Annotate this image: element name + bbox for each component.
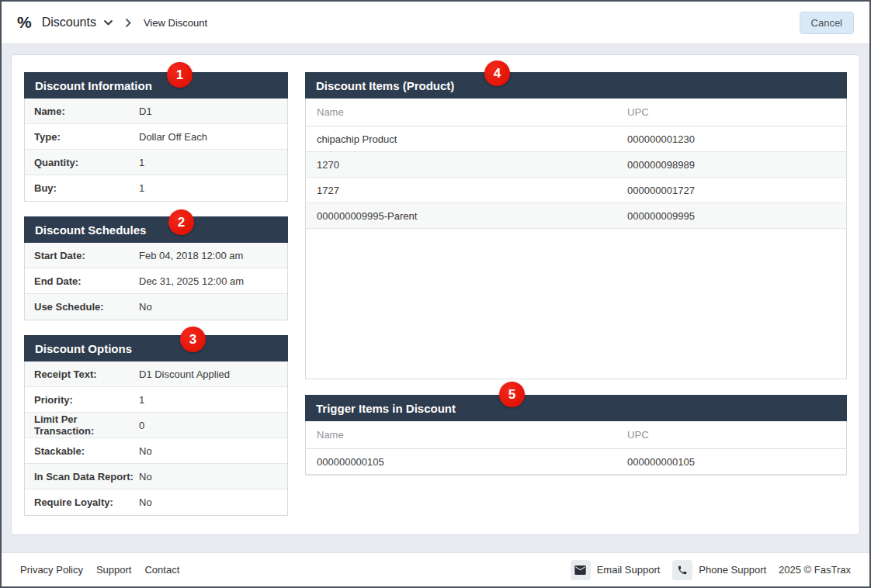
table-row: 000000000105 000000000105 [306, 449, 846, 475]
table-row: 1727 000000001727 [306, 178, 846, 203]
callout-badge-3: 3 [180, 327, 206, 352]
row-value: D1 Discount Applied [139, 368, 278, 380]
kv-row: Type: Dollar Off Each [25, 124, 287, 150]
column-header-upc: UPC [627, 106, 846, 118]
table-header-row: Name UPC [306, 421, 846, 449]
cell-upc: 000000098989 [627, 159, 846, 171]
kv-row: Priority: 1 [25, 387, 287, 413]
row-value: No [139, 471, 278, 483]
panel-discount-schedules: 2 Discount Schedules Start Date: Feb 04,… [24, 216, 288, 320]
callout-badge-5: 5 [499, 382, 525, 407]
column-header-name: Name [306, 429, 627, 441]
cancel-button[interactable]: Cancel [800, 12, 854, 34]
footer-link-support[interactable]: Support [96, 564, 132, 576]
row-value: 1 [139, 182, 278, 194]
panel-title: Discount Information [24, 72, 288, 99]
kv-row: End Date: Dec 31, 2025 12:00 am [25, 268, 287, 294]
footer: Privacy Policy Support Contact Email Sup… [2, 552, 869, 586]
cell-name: 000000000105 [306, 456, 627, 468]
breadcrumb-section[interactable]: Discounts [42, 16, 96, 29]
row-value: 1 [139, 157, 278, 168]
row-label: Limit Per Transaction: [34, 413, 139, 437]
kv-row: Buy: 1 [25, 175, 287, 201]
row-value: Feb 04, 2018 12:00 am [139, 250, 278, 261]
kv-row: Receipt Text: D1 Discount Applied [25, 361, 287, 387]
table-row: chipachip Product 000000001230 [306, 126, 846, 152]
copyright-text: 2025 © FasTrax [779, 564, 851, 576]
chevron-right-icon [125, 18, 132, 28]
percent-icon: % [17, 13, 32, 32]
column-header-upc: UPC [627, 429, 846, 441]
kv-row: Quantity: 1 [25, 150, 287, 175]
cell-name: 1727 [306, 185, 627, 196]
row-value: 1 [139, 394, 278, 406]
cell-name: chipachip Product [306, 133, 627, 145]
main-area: 1 Discount Information Name: D1 Type: Do… [2, 44, 869, 552]
row-label: Buy: [34, 182, 139, 194]
chevron-down-icon[interactable] [103, 19, 113, 26]
footer-right: Email Support Phone Support 2025 © FasTr… [571, 560, 851, 580]
kv-row: Use Schedule: No [25, 294, 287, 320]
kv-row: Limit Per Transaction: 0 [25, 413, 287, 438]
row-label: Priority: [34, 394, 139, 406]
row-label: Name: [34, 105, 139, 117]
panel-title: Discount Options [24, 335, 288, 361]
panel-discount-options: 3 Discount Options Receipt Text: D1 Disc… [24, 335, 288, 516]
left-column: 1 Discount Information Name: D1 Type: Do… [24, 72, 288, 517]
row-label: Stackable: [34, 445, 139, 457]
footer-link-contact[interactable]: Contact [144, 564, 179, 576]
kv-row: Require Loyalty: No [25, 489, 287, 515]
row-label: Use Schedule: [34, 301, 139, 313]
content-card: 1 Discount Information Name: D1 Type: Do… [11, 54, 860, 535]
phone-icon[interactable] [672, 560, 692, 580]
table-row: 1270 000000098989 [306, 152, 846, 178]
phone-support-link[interactable]: Phone Support [699, 564, 766, 576]
table-header-row: Name UPC [306, 99, 846, 126]
cell-upc: 000000001727 [627, 185, 846, 196]
cell-upc: 000000000105 [627, 456, 846, 468]
row-label: Require Loyalty: [34, 496, 139, 508]
panel-discount-items: 4 Discount Items (Product) Name UPC chip… [305, 72, 847, 379]
callout-badge-2: 2 [168, 209, 194, 235]
callout-badge-4: 4 [484, 61, 510, 86]
row-value: 0 [139, 420, 278, 431]
row-label: Receipt Text: [34, 368, 139, 380]
panel-title: Discount Schedules [24, 216, 288, 243]
cell-name: 1270 [306, 159, 627, 171]
callout-badge-1: 1 [167, 62, 193, 88]
row-value: No [139, 301, 278, 313]
cell-upc: 000000009995 [627, 210, 846, 222]
panel-title: Discount Items (Product) [305, 72, 847, 99]
kv-row: Name: D1 [25, 99, 287, 124]
row-value: Dec 31, 2025 12:00 am [139, 275, 278, 287]
table-row: 000000009995-Parent 000000009995 [306, 203, 846, 229]
column-header-name: Name [306, 106, 627, 118]
kv-row: Start Date: Feb 04, 2018 12:00 am [25, 243, 287, 268]
row-value: D1 [139, 105, 278, 117]
breadcrumb-current: View Discount [144, 17, 207, 29]
row-value: No [139, 496, 278, 508]
cell-name: 000000009995-Parent [306, 210, 627, 222]
row-value: No [139, 445, 278, 457]
cell-upc: 000000001230 [627, 133, 846, 145]
row-label: End Date: [34, 275, 139, 287]
email-support-link[interactable]: Email Support [597, 564, 661, 576]
kv-row: Stackable: No [25, 438, 287, 464]
row-label: In Scan Data Report: [34, 471, 139, 483]
right-column: 4 Discount Items (Product) Name UPC chip… [305, 72, 847, 517]
top-bar: % Discounts View Discount Cancel [2, 2, 869, 44]
row-label: Type: [34, 131, 139, 143]
row-label: Start Date: [34, 250, 139, 261]
kv-row: In Scan Data Report: No [25, 464, 287, 489]
footer-link-privacy-policy[interactable]: Privacy Policy [20, 564, 83, 576]
row-value: Dollar Off Each [139, 131, 278, 143]
panel-trigger-items: 5 Trigger Items in Discount Name UPC 000… [305, 395, 847, 476]
row-label: Quantity: [34, 157, 139, 168]
panel-title: Trigger Items in Discount [305, 395, 847, 421]
envelope-icon[interactable] [571, 560, 591, 580]
panel-discount-information: 1 Discount Information Name: D1 Type: Do… [24, 72, 288, 202]
